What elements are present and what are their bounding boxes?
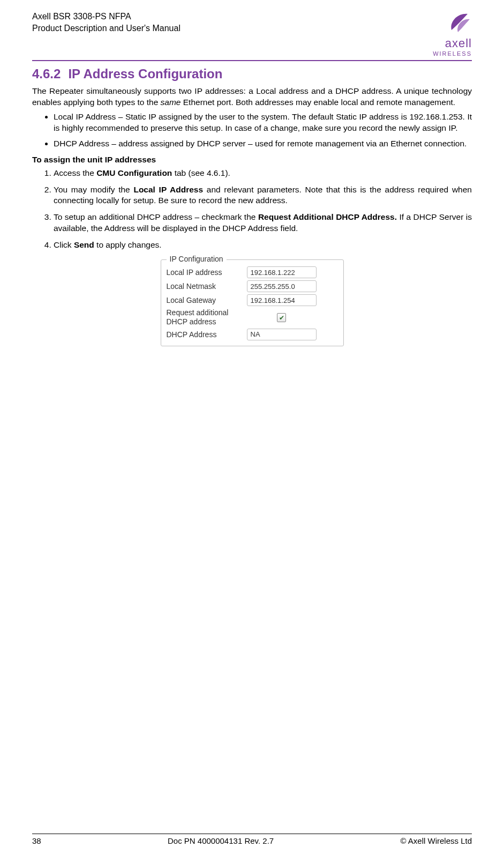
section-title: IP Address Configuration xyxy=(68,66,222,81)
logo-text: axell xyxy=(445,36,472,50)
row-request-dhcp: Request additional DHCP address ✔ xyxy=(167,308,338,326)
label-dhcp-address: DHCP Address xyxy=(167,330,247,339)
header-line-1: Axell BSR 3308-PS NFPA xyxy=(32,11,180,23)
footer-copyright: © Axell Wireless Ltd xyxy=(400,836,472,845)
ip-configuration-panel: IP Configuration Local IP address Local … xyxy=(161,259,344,346)
checkbox-request-dhcp[interactable]: ✔ xyxy=(277,313,286,322)
section-heading: 4.6.2IP Address Configuration xyxy=(32,66,472,81)
label-local-ip: Local IP address xyxy=(167,268,247,277)
bullet-dhcp: DHCP Address – address assigned by DHCP … xyxy=(54,138,472,150)
procedure-subheading: To assign the unit IP addresses xyxy=(32,155,472,165)
step-1: Access the CMU Configuration tab (see 4.… xyxy=(54,168,472,179)
footer-page-number: 38 xyxy=(32,836,41,845)
intro-paragraph: The Repeater simultaneously supports two… xyxy=(32,86,472,108)
input-local-netmask[interactable] xyxy=(247,280,317,292)
input-local-gateway[interactable] xyxy=(247,294,317,306)
ip-config-legend: IP Configuration xyxy=(167,255,227,263)
check-icon: ✔ xyxy=(279,314,284,322)
label-request-dhcp: Request additional DHCP address xyxy=(167,308,247,326)
row-dhcp-address: DHCP Address xyxy=(167,329,338,340)
page-header: Axell BSR 3308-PS NFPA Product Descripti… xyxy=(32,11,472,61)
logo-subtext: WIRELESS xyxy=(433,50,472,57)
footer-doc-id: Doc PN 4000004131 Rev. 2.7 xyxy=(168,836,274,845)
row-local-ip: Local IP address xyxy=(167,266,338,278)
row-local-gateway: Local Gateway xyxy=(167,294,338,306)
step-4: Click Send to apply changes. xyxy=(54,240,472,251)
feature-bullets: Local IP Address – Static IP assigned by… xyxy=(32,111,472,150)
input-local-ip[interactable] xyxy=(247,266,317,278)
page-footer: 38 Doc PN 4000004131 Rev. 2.7 © Axell Wi… xyxy=(32,834,472,845)
label-local-gateway: Local Gateway xyxy=(167,296,247,304)
label-local-netmask: Local Netmask xyxy=(167,282,247,291)
section-number: 4.6.2 xyxy=(32,66,61,81)
step-3: To setup an additional DHCP address – ch… xyxy=(54,212,472,234)
brand-logo: axell WIRELESS xyxy=(433,11,472,57)
axell-logo-icon xyxy=(448,11,472,36)
row-local-netmask: Local Netmask xyxy=(167,280,338,292)
procedure-steps: Access the CMU Configuration tab (see 4.… xyxy=(32,168,472,251)
step-2: You may modify the Local IP Address and … xyxy=(54,184,472,207)
header-line-2: Product Description and User's Manual xyxy=(32,23,180,34)
input-dhcp-address[interactable] xyxy=(247,329,317,340)
bullet-local-ip: Local IP Address – Static IP assigned by… xyxy=(54,111,472,134)
header-product-text: Axell BSR 3308-PS NFPA Product Descripti… xyxy=(32,11,180,35)
